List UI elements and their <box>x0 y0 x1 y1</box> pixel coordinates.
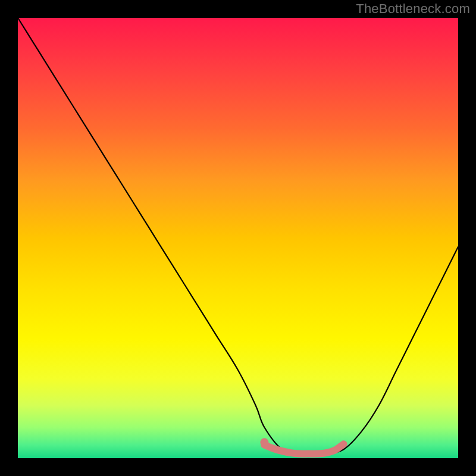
plot-area <box>18 18 458 458</box>
optimal-start-marker <box>260 438 268 446</box>
optimal-range-highlight <box>264 444 343 453</box>
chart-svg <box>18 18 458 458</box>
chart-frame: TheBottleneck.com <box>0 0 476 476</box>
watermark-text: TheBottleneck.com <box>356 1 470 17</box>
bottleneck-curve <box>18 18 458 454</box>
